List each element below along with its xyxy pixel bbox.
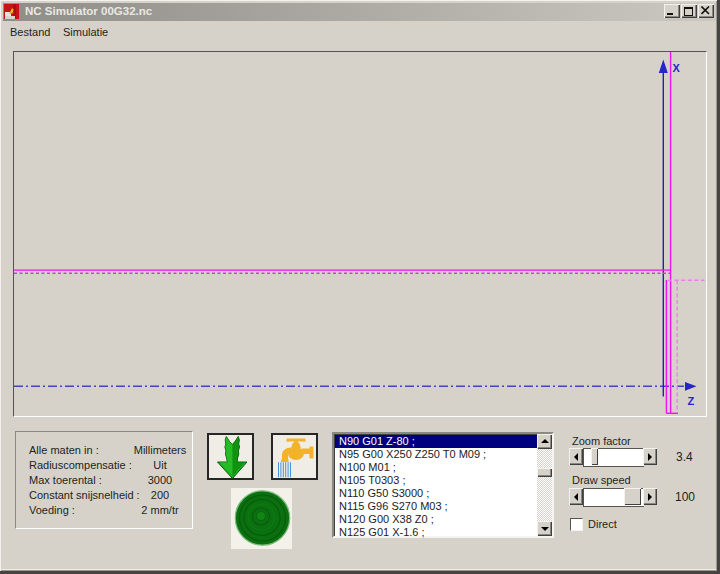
svg-text:X: X (673, 62, 681, 74)
svg-text:Z: Z (688, 395, 695, 407)
